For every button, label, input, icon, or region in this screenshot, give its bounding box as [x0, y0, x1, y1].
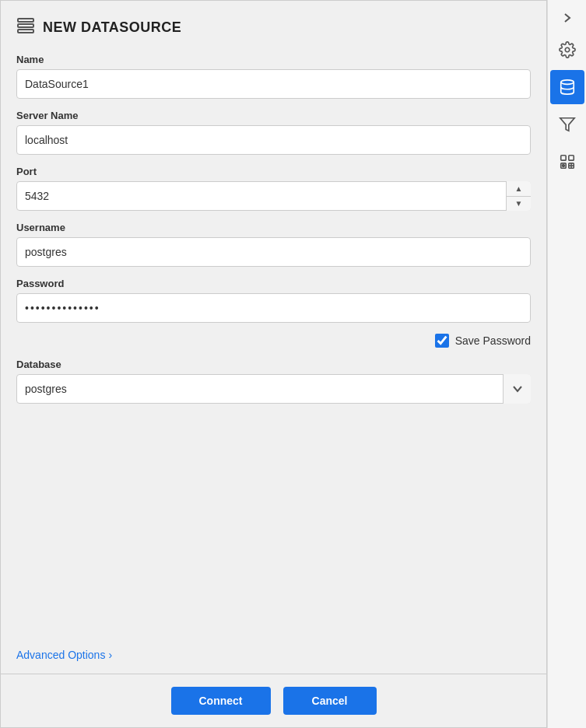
name-label: Name [16, 54, 531, 65]
cancel-button[interactable]: Cancel [283, 687, 377, 715]
page-title: NEW DATASOURCE [43, 19, 181, 36]
svg-marker-8 [560, 118, 574, 131]
sidebar-item-settings[interactable] [550, 33, 584, 67]
name-group: Name [16, 54, 531, 99]
sidebar [547, 0, 586, 728]
sidebar-item-config[interactable] [550, 145, 584, 179]
database-select[interactable]: postgres [16, 374, 531, 404]
port-decrement-button[interactable]: ▼ [507, 197, 531, 212]
save-password-checkbox[interactable] [435, 334, 449, 348]
chevron-right-icon: › [108, 649, 112, 661]
username-input[interactable] [16, 237, 531, 267]
port-group: Port ▲ ▼ [16, 166, 531, 211]
port-input[interactable] [16, 181, 531, 211]
datasource-icon [16, 16, 35, 38]
database-wrapper: postgres [16, 374, 531, 404]
port-increment-button[interactable]: ▲ [507, 181, 531, 197]
sidebar-toggle-button[interactable] [548, 6, 586, 30]
database-label: Database [16, 359, 531, 370]
server-label: Server Name [16, 110, 531, 121]
footer: Connect Cancel [1, 674, 546, 727]
svg-rect-1 [18, 24, 33, 27]
svg-point-7 [560, 80, 574, 85]
sidebar-item-filter[interactable] [550, 107, 584, 142]
svg-rect-9 [560, 156, 565, 160]
save-password-label[interactable]: Save Password [455, 334, 531, 347]
password-label: Password [16, 278, 531, 289]
connect-button[interactable]: Connect [171, 687, 271, 715]
database-group: Database postgres [16, 359, 531, 404]
advanced-options-link[interactable]: Advanced Options › [16, 649, 531, 661]
save-password-row: Save Password [16, 334, 531, 348]
username-group: Username [16, 222, 531, 267]
advanced-options-label: Advanced Options [16, 649, 105, 661]
port-spinners: ▲ ▼ [506, 181, 531, 211]
username-label: Username [16, 222, 531, 233]
svg-rect-2 [18, 30, 33, 33]
sidebar-item-datasource[interactable] [550, 70, 584, 104]
server-input[interactable] [16, 125, 531, 155]
password-group: Password [16, 278, 531, 323]
port-label: Port [16, 166, 531, 177]
port-wrapper: ▲ ▼ [16, 181, 531, 211]
svg-rect-10 [568, 156, 573, 160]
svg-point-13 [562, 165, 564, 167]
svg-point-6 [565, 47, 570, 52]
svg-rect-0 [18, 19, 33, 22]
server-group: Server Name [16, 110, 531, 155]
name-input[interactable] [16, 69, 531, 99]
password-input[interactable] [16, 293, 531, 323]
